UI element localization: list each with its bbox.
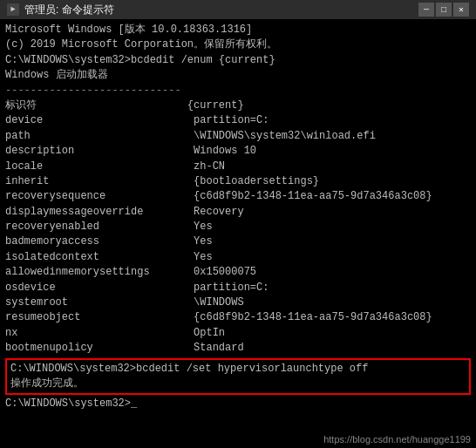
terminal-icon: ► [7, 3, 19, 16]
highlighted-line: 操作成功完成。 [10, 377, 466, 391]
terminal-line: inherit {bootloadersettings} [5, 174, 471, 189]
terminal-line: ---------------------------- [5, 84, 471, 98]
watermark: https://blog.csdn.net/huangge1199 [323, 434, 471, 445]
terminal-line: isolatedcontext Yes [5, 250, 471, 265]
close-button[interactable]: ✕ [453, 3, 469, 17]
minimize-button[interactable]: ─ [418, 3, 434, 17]
terminal-line: bootmenupolicy Standard [5, 341, 471, 356]
highlighted-line: C:\WINDOWS\system32>bcdedit /set hypervi… [10, 362, 466, 377]
terminal-line: Microsoft Windows [版本 10.0.18363.1316] [5, 23, 471, 37]
window: ► 管理员: 命令提示符 ─ □ ✕ Microsoft Windows [版本… [0, 0, 476, 448]
terminal-line: device partition=C: [5, 113, 471, 128]
terminal-line: allowedinmemorysettings 0x15000075 [5, 265, 471, 280]
terminal-line: recoverysequence {c6d8f9b2-1348-11ea-aa7… [5, 189, 471, 204]
terminal-line: 标识符 {current} [5, 98, 471, 113]
terminal-line: resumeobject {c6d8f9b2-1348-11ea-aa75-9d… [5, 310, 471, 325]
title-bar-text: 管理员: 命令提示符 [24, 3, 413, 17]
terminal-line: systemroot \WINDOWS [5, 295, 471, 310]
terminal-line: path \WINDOWS\system32\winload.efi [5, 129, 471, 144]
highlighted-command-block: C:\WINDOWS\system32>bcdedit /set hypervi… [5, 358, 471, 396]
terminal-line: description Windows 10 [5, 144, 471, 159]
terminal-line: badmemoryaccess Yes [5, 234, 471, 249]
terminal-line: (c) 2019 Microsoft Corporation。保留所有权利。 [5, 37, 471, 52]
terminal-line: C:\WINDOWS\system32>bcdedit /enum {curre… [5, 53, 471, 68]
terminal-prompt: C:\WINDOWS\system32>_ [5, 397, 471, 411]
title-bar-buttons: ─ □ ✕ [418, 3, 469, 17]
terminal-line: osdevice partition=C: [5, 281, 471, 295]
title-bar: ► 管理员: 命令提示符 ─ □ ✕ [0, 0, 476, 19]
maximize-button[interactable]: □ [436, 3, 452, 17]
terminal-line: nx OptIn [5, 326, 471, 341]
terminal-line: Windows 启动加载器 [5, 68, 471, 83]
terminal-line: recoveryenabled Yes [5, 220, 471, 234]
terminal-content: Microsoft Windows [版本 10.0.18363.1316](c… [5, 23, 471, 412]
terminal-line: displaymessageoverride Recovery [5, 205, 471, 220]
terminal-line: locale zh-CN [5, 160, 471, 174]
terminal: Microsoft Windows [版本 10.0.18363.1316](c… [0, 19, 476, 448]
